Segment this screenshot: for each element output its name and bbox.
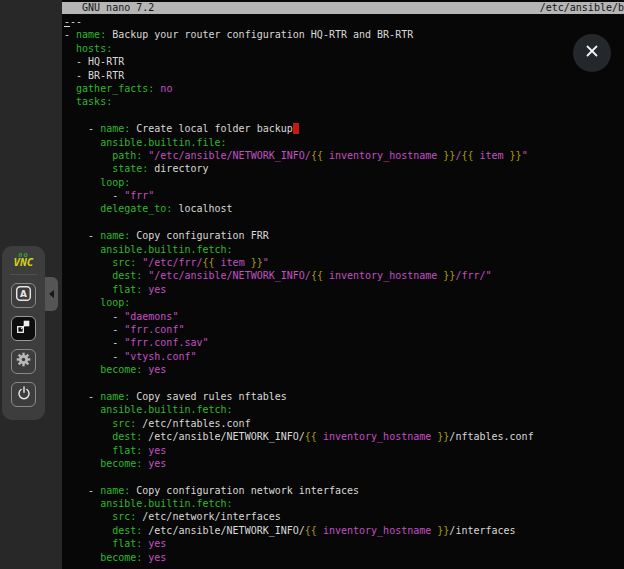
- fullscreen-icon: [16, 319, 31, 338]
- code-line: gather_facts: no: [64, 82, 624, 95]
- code-line: ansible.builtin.fetch:: [64, 243, 624, 256]
- code-line: src: /etc/network/interfaces: [64, 510, 624, 523]
- panel-divider: [10, 274, 37, 275]
- code-line: src: "/etc/frr/{{ item }}": [64, 256, 624, 269]
- close-button[interactable]: [573, 34, 611, 72]
- code-line: ansible.builtin.fetch:: [64, 497, 624, 510]
- code-line: delegate_to: localhost: [64, 202, 624, 215]
- nano-filename-label: /etc/ansible/b: [540, 2, 624, 14]
- code-line: state: directory: [64, 162, 624, 175]
- code-line: loop:: [64, 176, 624, 189]
- chevron-left-icon: [49, 290, 54, 298]
- terminal-screen[interactable]: GNU nano 7.2 /etc/ansible/b ---- name: B…: [62, 0, 624, 569]
- code-line: dest: /etc/ansible/NETWORK_INFO/{{ inven…: [64, 524, 624, 537]
- close-icon: [584, 43, 600, 63]
- power-button[interactable]: [11, 382, 36, 407]
- nano-titlebar: GNU nano 7.2 /etc/ansible/b: [62, 2, 624, 14]
- code-line: become: yes: [64, 363, 624, 376]
- svg-text:A: A: [20, 289, 27, 299]
- code-line: - "vtysh.conf": [64, 350, 624, 363]
- code-line: - name: Copy configuration network inter…: [64, 484, 624, 497]
- code-line: - HQ-RTR: [64, 55, 624, 68]
- power-icon: [16, 385, 32, 405]
- gear-icon: [15, 351, 32, 372]
- code-line: - "frr": [64, 189, 624, 202]
- code-line: - name: Copy configuration FRR: [64, 229, 624, 242]
- keyboard-button[interactable]: A: [11, 283, 36, 308]
- code-line: [64, 216, 624, 229]
- code-line: hosts:: [64, 42, 624, 55]
- code-line: - "frr.conf": [64, 323, 624, 336]
- novnc-logo-bottom: VNC: [14, 259, 34, 267]
- code-line: - name: Create local folder backup: [64, 122, 624, 135]
- code-line: flat: yes: [64, 444, 624, 457]
- code-line: loop:: [64, 296, 624, 309]
- code-line: dest: "/etc/ansible/NETWORK_INFO/{{ inve…: [64, 269, 624, 282]
- nano-version-label: GNU nano 7.2: [62, 2, 154, 14]
- code-line: - "frr.conf.sav": [64, 336, 624, 349]
- code-line: become: yes: [64, 551, 624, 564]
- code-line: - BR-RTR: [64, 69, 624, 82]
- code-line: - name: Backup your router configuration…: [64, 28, 624, 41]
- code-line: tasks:: [64, 95, 624, 108]
- code-line: become: yes: [64, 457, 624, 470]
- code-line: ---: [64, 15, 624, 28]
- code-line: ansible.builtin.fetch:: [64, 403, 624, 416]
- code-line: flat: yes: [64, 537, 624, 550]
- code-line: flat: yes: [64, 283, 624, 296]
- code-line: [64, 470, 624, 483]
- keyboard-icon: A: [15, 285, 32, 306]
- editor-lines[interactable]: ---- name: Backup your router configurat…: [64, 15, 624, 569]
- code-line: - "daemons": [64, 310, 624, 323]
- novnc-control-panel: no VNC A: [2, 246, 45, 420]
- fullscreen-button[interactable]: [11, 316, 36, 341]
- code-line: - name: Copy saved rules nftables: [64, 390, 624, 403]
- code-line: path: "/etc/ansible/NETWORK_INFO/{{ inve…: [64, 149, 624, 162]
- code-line: dest: /etc/ansible/NETWORK_INFO/{{ inven…: [64, 430, 624, 443]
- code-line: ansible.builtin.file:: [64, 136, 624, 149]
- settings-button[interactable]: [11, 349, 36, 374]
- code-line: src: /etc/nftables.conf: [64, 417, 624, 430]
- code-line: [64, 109, 624, 122]
- novnc-logo: no VNC: [14, 251, 34, 267]
- code-line: [64, 377, 624, 390]
- screen: { "theme": { "green": "#2eb82e", "magent…: [0, 0, 624, 569]
- panel-collapse-handle[interactable]: [45, 277, 58, 311]
